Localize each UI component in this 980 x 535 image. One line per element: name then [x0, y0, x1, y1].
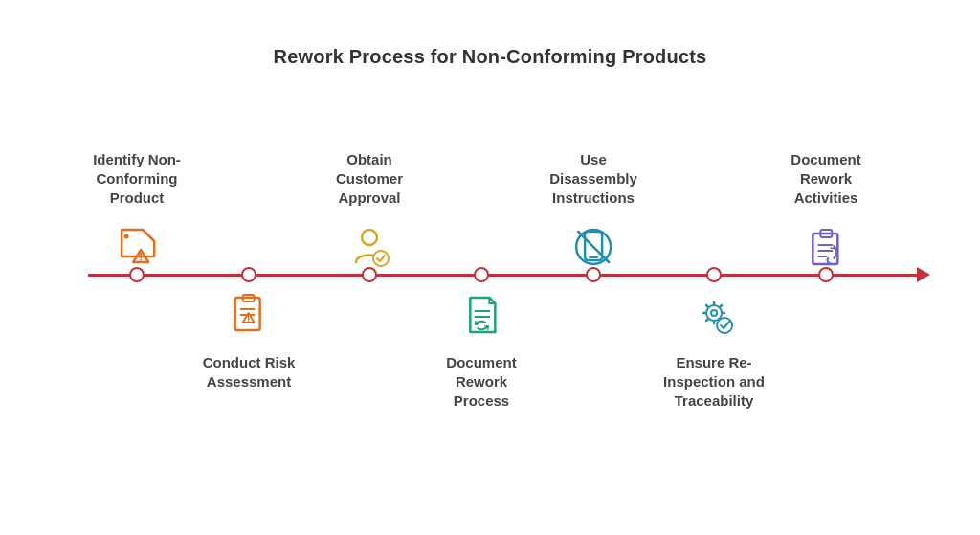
dot-7	[818, 267, 834, 282]
label-disassembly: UseDisassemblyInstructions	[549, 150, 637, 209]
svg-line-28	[706, 305, 708, 307]
dot-2	[241, 267, 256, 282]
label-identify: Identify Non-ConformingProduct	[93, 150, 181, 209]
below-item-document-process: DocumentReworkProcess	[446, 288, 516, 412]
above-item-document-activities: DocumentReworkActivities	[791, 150, 860, 274]
above-item-customer: ObtainCustomerApproval	[336, 150, 403, 274]
svg-point-32	[717, 318, 732, 333]
above-item-identify: Identify Non-ConformingProduct	[93, 150, 181, 274]
above-item-disassembly: UseDisassemblyInstructions	[549, 150, 637, 274]
timeline-area: Identify Non-ConformingProduct ObtainCus…	[59, 97, 921, 460]
svg-point-4	[373, 251, 389, 266]
svg-point-23	[711, 310, 717, 316]
icon-ensure-reinspection	[687, 288, 741, 342]
dot-4	[474, 267, 489, 282]
below-item-conduct-risk: Conduct RiskAssessment	[203, 288, 296, 392]
svg-line-31	[720, 305, 722, 307]
below-item-ensure-reinspection: Ensure Re-Inspection andTraceability	[663, 288, 765, 412]
dot-3	[362, 267, 377, 282]
label-ensure-reinspection: Ensure Re-Inspection andTraceability	[663, 353, 765, 412]
dot-5	[586, 267, 601, 282]
svg-line-30	[706, 319, 708, 321]
icon-identify	[110, 220, 164, 274]
icon-customer	[343, 220, 396, 274]
diagram-title: Rework Process for Non-Conforming Produc…	[274, 46, 707, 68]
icon-document-process	[455, 288, 508, 342]
timeline-line	[88, 274, 921, 277]
dot-1	[129, 267, 145, 282]
svg-point-3	[362, 230, 377, 245]
diagram-container: Rework Process for Non-Conforming Produc…	[31, 19, 949, 517]
label-document-activities: DocumentReworkActivities	[791, 150, 860, 209]
icon-document-activities	[799, 220, 853, 274]
label-conduct-risk: Conduct RiskAssessment	[203, 353, 296, 392]
svg-point-19	[248, 320, 250, 322]
icon-conduct-risk	[222, 288, 276, 342]
label-customer: ObtainCustomerApproval	[336, 150, 403, 209]
icon-disassembly	[567, 220, 620, 274]
label-document-process: DocumentReworkProcess	[446, 353, 516, 412]
dot-6	[706, 267, 722, 282]
svg-point-0	[124, 234, 129, 238]
svg-point-2	[140, 258, 142, 260]
